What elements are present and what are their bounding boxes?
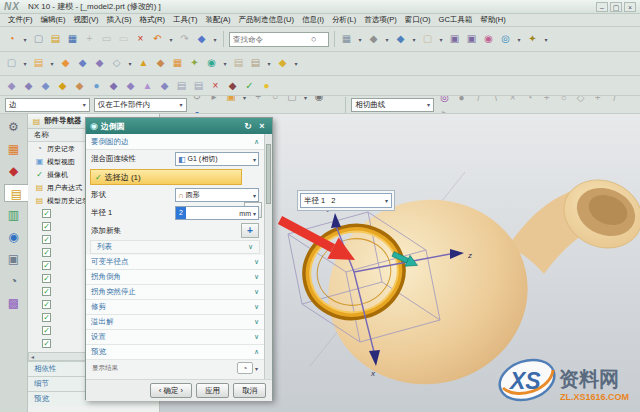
- menu-item-0[interactable]: 文件(F): [4, 15, 37, 25]
- undo-caret-icon[interactable]: ▾: [167, 33, 175, 48]
- dialog-header[interactable]: ◉ 边倒圆 ↻ ×: [86, 118, 272, 134]
- expand-icon[interactable]: ∨: [254, 303, 259, 311]
- start-caret-icon[interactable]: ▾: [21, 33, 29, 48]
- menu-item-8[interactable]: 信息(I): [298, 15, 328, 25]
- sketch-caret-icon[interactable]: ▾: [21, 57, 29, 72]
- menu-item-6[interactable]: 装配(A): [202, 15, 235, 25]
- snapshot-icon[interactable]: ▣: [224, 96, 239, 104]
- scroll-left-icon[interactable]: ◂: [31, 353, 34, 360]
- undo-icon[interactable]: ↶: [150, 31, 165, 46]
- unite-icon[interactable]: ✦: [187, 55, 202, 70]
- open-folder-icon[interactable]: ▤: [48, 31, 63, 46]
- scope-combo[interactable]: 仅在工作部件内 ▾: [94, 98, 187, 112]
- command-finder[interactable]: ○: [229, 32, 329, 47]
- chevron-down-icon[interactable]: ▾: [385, 197, 388, 204]
- snap-point2-icon[interactable]: +: [590, 96, 605, 105]
- feature-checkbox-icon[interactable]: ✓: [42, 222, 51, 231]
- shaded-caret-icon[interactable]: ▾: [410, 33, 418, 48]
- hd3d-tools-icon[interactable]: ▣: [4, 250, 24, 268]
- tools-icon[interactable]: ✦: [525, 31, 540, 46]
- check-mate-icon[interactable]: ✓: [242, 78, 257, 93]
- face-blend-icon[interactable]: ◆: [38, 78, 53, 93]
- cancel-button[interactable]: 取消: [233, 383, 266, 398]
- menu-item-12[interactable]: GC工具箱: [435, 15, 477, 25]
- hole-icon[interactable]: ▲: [136, 55, 151, 70]
- feature-checkbox-icon[interactable]: ✓: [42, 339, 51, 348]
- shape-combo[interactable]: ∩ 圆形 ▾: [175, 188, 259, 202]
- datum-caret-icon[interactable]: ▾: [48, 57, 56, 72]
- lasso-icon[interactable]: ○: [268, 96, 283, 104]
- sphere-icon[interactable]: ●: [89, 78, 104, 93]
- feature-checkbox-icon[interactable]: ✓: [42, 300, 51, 309]
- save-icon[interactable]: ▦: [65, 31, 80, 46]
- menu-item-2[interactable]: 视图(V): [70, 15, 103, 25]
- pick-top-icon[interactable]: ▸: [207, 96, 222, 104]
- expand-icon[interactable]: ∨: [254, 288, 259, 296]
- snap-slash-icon[interactable]: /: [607, 96, 622, 105]
- radius-input-value[interactable]: 2: [331, 196, 335, 205]
- history-icon[interactable]: ◔: [4, 272, 24, 290]
- sphere-select-icon[interactable]: ●: [190, 106, 205, 115]
- section-3[interactable]: 修剪∨: [86, 300, 264, 315]
- section-2[interactable]: 拐角突然停止∨: [86, 285, 264, 300]
- select-edge-row[interactable]: ✓ 选择边 (1): [90, 169, 242, 185]
- shell-icon[interactable]: ◉: [204, 55, 219, 70]
- menu-item-13[interactable]: 帮助(H): [476, 15, 509, 25]
- dialog-close-button[interactable]: ×: [256, 121, 268, 131]
- list-section[interactable]: 列表 ∨: [90, 240, 260, 254]
- view-cube-caret-icon[interactable]: ▾: [211, 33, 219, 48]
- expand-icon[interactable]: ∨: [254, 318, 259, 326]
- edge-blend-icon[interactable]: ◆: [4, 78, 19, 93]
- feature-caret-icon[interactable]: ▾: [292, 57, 300, 72]
- snap-mid-icon[interactable]: \: [488, 96, 503, 105]
- redo-icon[interactable]: ↷: [177, 31, 192, 46]
- snapshot-caret-icon[interactable]: ▾: [241, 96, 249, 106]
- block-icon[interactable]: ◆: [92, 55, 107, 70]
- preview-section-header[interactable]: 预览 ∧: [86, 345, 264, 360]
- show-result-button[interactable]: ◔: [237, 362, 253, 374]
- background-icon[interactable]: ▢: [420, 31, 435, 46]
- collapse-icon[interactable]: ∧: [254, 348, 259, 356]
- revolve-icon[interactable]: ◆: [75, 55, 90, 70]
- render-style-icon[interactable]: ◆: [366, 31, 381, 46]
- show-hide-icon[interactable]: ◉: [481, 31, 496, 46]
- boolean-icon[interactable]: ◇: [109, 55, 124, 70]
- module-icon[interactable]: ▤: [248, 55, 263, 70]
- apply-button[interactable]: 应用: [196, 383, 229, 398]
- expand-icon[interactable]: ∨: [254, 273, 259, 281]
- expression-icon[interactable]: ▤: [231, 55, 246, 70]
- scissors-icon[interactable]: ×: [208, 78, 223, 93]
- layout-caret-icon[interactable]: ▾: [356, 33, 364, 48]
- render-caret-icon[interactable]: ▾: [383, 33, 391, 48]
- menu-item-7[interactable]: 产品制造信息(U): [235, 15, 298, 25]
- constraint-navigator-icon[interactable]: ◆: [4, 162, 24, 180]
- section-4[interactable]: 溢出解∨: [86, 315, 264, 330]
- window-b-icon[interactable]: ▣: [464, 31, 479, 46]
- tools-caret-icon[interactable]: ▾: [542, 33, 550, 48]
- menu-item-10[interactable]: 首选项(P): [360, 15, 401, 25]
- dialog-reset-button[interactable]: ↻: [242, 121, 254, 131]
- snap-plus-icon[interactable]: +: [539, 96, 554, 105]
- offset-icon[interactable]: ◆: [157, 78, 172, 93]
- gear-icon[interactable]: ⚙: [4, 118, 24, 136]
- snap-flag-icon[interactable]: ▸: [437, 105, 452, 115]
- feature-checkbox-icon[interactable]: ✓: [42, 261, 51, 270]
- curve-rule-combo[interactable]: 相切曲线 ▾: [351, 98, 434, 112]
- draft-icon[interactable]: ◆: [72, 78, 87, 93]
- menu-item-4[interactable]: 格式(R): [136, 15, 169, 25]
- edges-section-header[interactable]: 要倒圆的边 ∧: [86, 134, 264, 150]
- crosshair-icon[interactable]: +: [251, 96, 266, 104]
- datum-plane-icon[interactable]: ▤: [31, 55, 46, 70]
- chevron-down-icon[interactable]: ▾: [255, 365, 258, 372]
- delete-icon[interactable]: ×: [133, 31, 148, 46]
- reuse-library-icon[interactable]: ▥: [4, 206, 24, 224]
- collapse-icon[interactable]: ∧: [254, 138, 259, 146]
- assembly-navigator-icon[interactable]: ▦: [4, 140, 24, 158]
- shell-caret-icon[interactable]: ▾: [221, 57, 229, 72]
- boolean-caret-icon[interactable]: ▾: [126, 57, 134, 72]
- feature-checkbox-icon[interactable]: ✓: [42, 274, 51, 283]
- rib-icon[interactable]: ◆: [153, 55, 168, 70]
- roles-icon[interactable]: ▩: [4, 294, 24, 312]
- wrap-icon[interactable]: ◆: [225, 78, 240, 93]
- styled-blend-icon[interactable]: ◆: [55, 78, 70, 93]
